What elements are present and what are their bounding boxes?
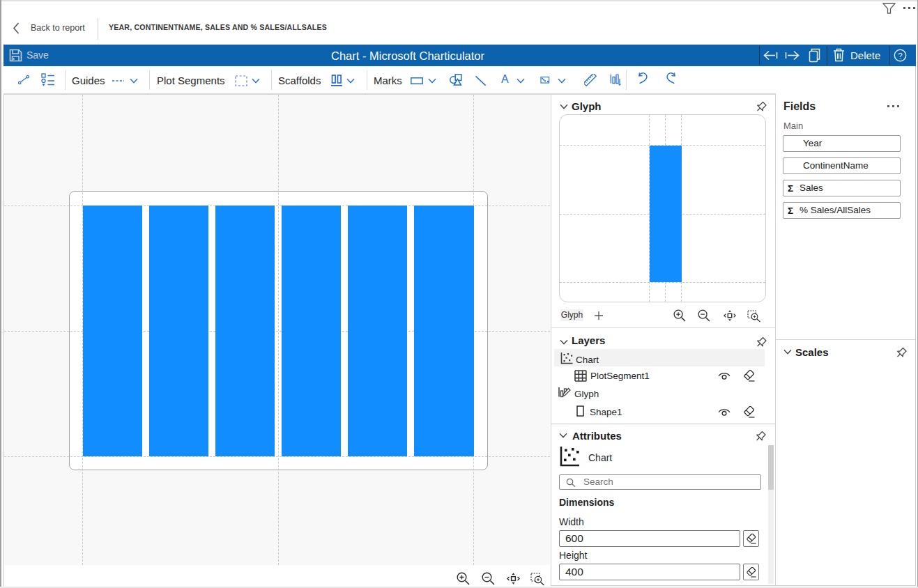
svg-text:?: ? <box>898 52 902 60</box>
